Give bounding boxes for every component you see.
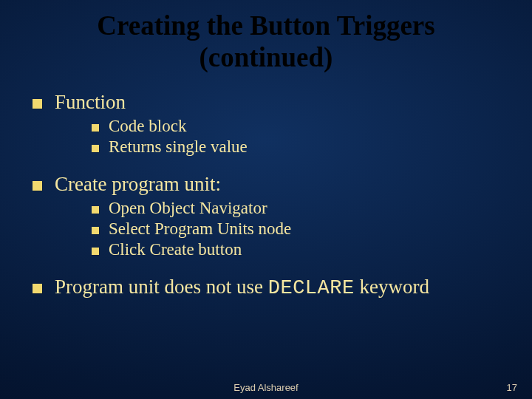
sub-bullet-label: Click Create button xyxy=(109,240,242,259)
bullet-function: Function xyxy=(33,91,532,114)
bullet-label: Program unit does not use DECLARE keywor… xyxy=(55,276,429,299)
sub-list-create: Open Object Navigator Select Program Uni… xyxy=(33,196,532,264)
square-bullet-icon xyxy=(92,227,99,234)
code-keyword: DECLARE xyxy=(268,277,355,299)
sub-bullet-select-node: Select Program Units node xyxy=(92,219,532,239)
title-line-1: Creating the Button Triggers xyxy=(0,10,532,42)
square-bullet-icon xyxy=(92,248,99,255)
sub-bullet-click-create: Click Create button xyxy=(92,240,532,259)
sub-bullet-code-block: Code block xyxy=(92,117,532,136)
sub-bullet-label: Returns single value xyxy=(109,137,248,157)
sub-bullet-returns: Returns single value xyxy=(92,137,532,157)
footer-page-number: 17 xyxy=(507,382,517,393)
sub-bullet-label: Open Object Navigator xyxy=(109,199,267,218)
square-bullet-icon xyxy=(33,284,42,293)
square-bullet-icon xyxy=(92,206,99,214)
sub-bullet-open-navigator: Open Object Navigator xyxy=(92,199,532,218)
square-bullet-icon xyxy=(92,124,99,132)
bullet-label: Function xyxy=(55,91,126,114)
slide-content: Function Code block Returns single value… xyxy=(0,73,532,299)
text-post: keyword xyxy=(355,276,429,298)
sub-list-function: Code block Returns single value xyxy=(33,114,532,161)
bullet-label: Create program unit: xyxy=(55,173,221,196)
square-bullet-icon xyxy=(33,99,42,109)
bullet-declare-note: Program unit does not use DECLARE keywor… xyxy=(33,276,532,299)
sub-bullet-label: Select Program Units node xyxy=(109,219,291,239)
text-pre: Program unit does not use xyxy=(55,276,268,298)
sub-bullet-label: Code block xyxy=(109,117,186,136)
footer-author: Eyad Alshareef xyxy=(0,382,532,393)
square-bullet-icon xyxy=(92,145,99,152)
square-bullet-icon xyxy=(33,181,42,191)
bullet-create-program-unit: Create program unit: xyxy=(33,173,532,196)
slide-title: Creating the Button Triggers (continued) xyxy=(0,0,532,73)
title-line-2: (continued) xyxy=(0,42,532,74)
